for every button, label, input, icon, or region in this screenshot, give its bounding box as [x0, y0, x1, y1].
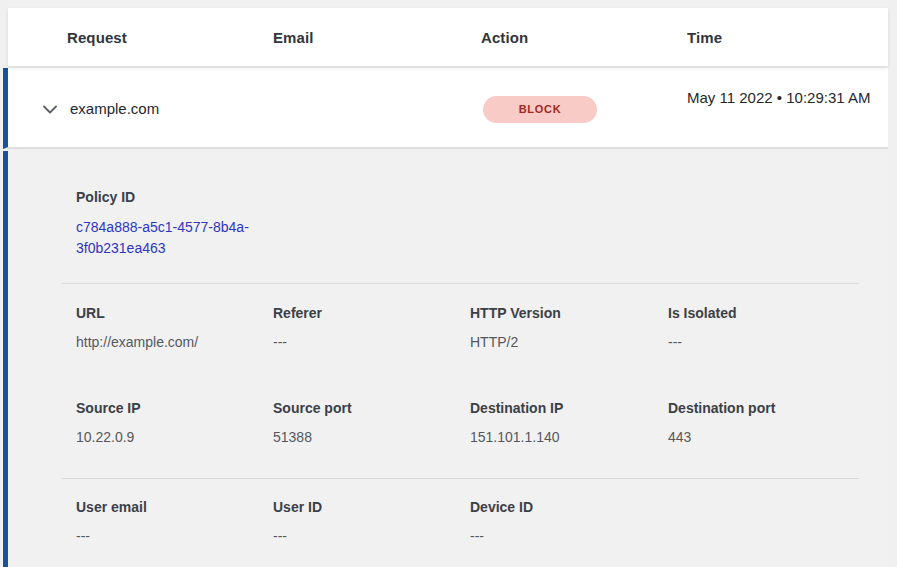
field-value: ---: [470, 528, 668, 545]
column-header-email: Email: [273, 29, 314, 46]
field-device-id: Device ID ---: [470, 499, 668, 545]
field-destination-port: Destination port 443: [668, 400, 888, 446]
field-destination-ip: Destination IP 151.101.1.140: [470, 400, 668, 446]
field-user-id: User ID ---: [273, 499, 470, 545]
field-label: HTTP Version: [470, 305, 668, 322]
field-source-port: Source port 51388: [273, 400, 470, 446]
field-label: Referer: [273, 305, 470, 322]
field-url: URL http://example.com/: [76, 305, 273, 351]
field-value: ---: [273, 528, 470, 545]
field-empty: [668, 499, 888, 545]
field-value: ---: [668, 334, 888, 351]
field-label: Is Isolated: [668, 305, 888, 322]
log-detail-panel: Policy ID c784a888-a5c1-4577-8b4a-3f0b23…: [3, 151, 888, 567]
field-label: Destination port: [668, 400, 888, 417]
column-header-request: Request: [67, 29, 127, 46]
column-header-action: Action: [481, 29, 528, 46]
field-is-isolated: Is Isolated ---: [668, 305, 888, 351]
field-label: Destination IP: [470, 400, 668, 417]
table-header: Request Email Action Time: [8, 8, 888, 66]
section-divider: [62, 478, 859, 479]
field-value: http://example.com/: [76, 334, 273, 351]
detail-fields-row-2: Source IP 10.22.0.9 Source port 51388 De…: [8, 400, 888, 446]
request-domain: example.com: [70, 99, 159, 116]
chevron-down-icon[interactable]: [42, 101, 58, 117]
field-label: Source IP: [76, 400, 273, 417]
section-divider: [62, 283, 859, 284]
detail-fields-row-3: User email --- User ID --- Device ID ---: [8, 499, 888, 545]
field-label: Source port: [273, 400, 470, 417]
field-label: Device ID: [470, 499, 668, 516]
gateway-log-view: Request Email Action Time example.com BL…: [0, 0, 897, 567]
field-value: 443: [668, 429, 888, 446]
policy-id-link[interactable]: c784a888-a5c1-4577-8b4a-3f0b231ea463: [76, 217, 281, 259]
field-value: 51388: [273, 429, 470, 446]
field-value: 10.22.0.9: [76, 429, 273, 446]
field-referer: Referer ---: [273, 305, 470, 351]
policy-id-label: Policy ID: [76, 189, 135, 205]
field-http-version: HTTP Version HTTP/2: [470, 305, 668, 351]
time-value: May 11 2022 • 10:29:31 AM: [687, 86, 883, 110]
log-row[interactable]: example.com BLOCK May 11 2022 • 10:29:31…: [3, 68, 888, 149]
field-value: HTTP/2: [470, 334, 668, 351]
field-label: User ID: [273, 499, 470, 516]
action-status-badge: BLOCK: [483, 96, 597, 123]
column-header-time: Time: [687, 29, 722, 46]
field-source-ip: Source IP 10.22.0.9: [76, 400, 273, 446]
field-user-email: User email ---: [76, 499, 273, 545]
field-value: 151.101.1.140: [470, 429, 668, 446]
field-label: URL: [76, 305, 273, 322]
field-label: User email: [76, 499, 273, 516]
detail-fields-row-1: URL http://example.com/ Referer --- HTTP…: [8, 305, 888, 351]
field-value: ---: [273, 334, 470, 351]
field-value: ---: [76, 528, 273, 545]
